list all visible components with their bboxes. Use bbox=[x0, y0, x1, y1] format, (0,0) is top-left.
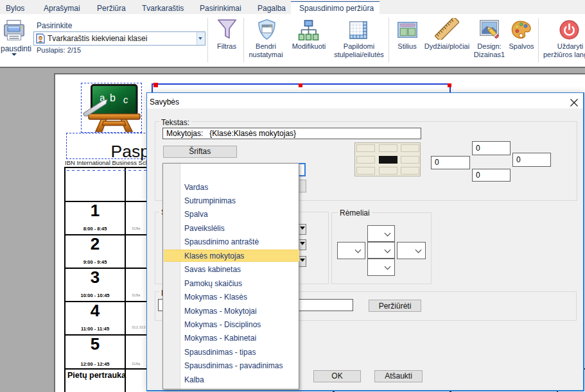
svg-text:b: b bbox=[110, 92, 116, 103]
